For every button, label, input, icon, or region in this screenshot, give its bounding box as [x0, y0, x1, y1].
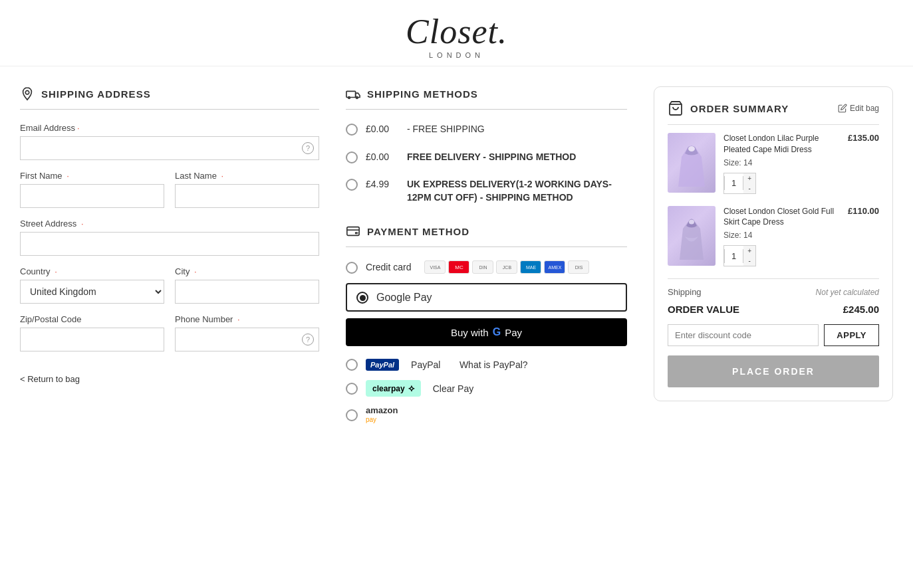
order-item-1: Closet London Lilac Purple Pleated Cape …	[668, 133, 879, 194]
clearpay-logo: clearpay⟡	[366, 380, 421, 397]
svg-point-9	[689, 219, 694, 224]
return-to-bag-link[interactable]: < Return to bag	[20, 374, 80, 384]
location-icon	[20, 86, 35, 101]
shipping-price-free: £0.00	[366, 124, 399, 134]
shipping-row-value: Not yet calculated	[816, 288, 879, 297]
amazon-pay-logo: amazon pay	[366, 406, 398, 423]
zip-group: Zip/Postal Code	[20, 314, 164, 351]
order-item-2-price: £110.00	[848, 206, 879, 231]
country-label: Country ·	[20, 266, 164, 276]
svg-point-8	[688, 146, 695, 151]
order-item-2-qty-decrease[interactable]: -	[743, 256, 755, 266]
shipping-price-free-delivery: £0.00	[366, 151, 399, 162]
city-field[interactable]	[175, 280, 319, 304]
jcb-icon: JCB	[496, 260, 517, 274]
payment-option-credit-card[interactable]: Credit card VISA MC DIN JCB MAE AMEX DIS	[346, 260, 627, 274]
apply-discount-button[interactable]: APPLY	[824, 324, 879, 346]
svg-rect-4	[347, 227, 359, 236]
credit-card-radio[interactable]	[346, 262, 358, 274]
payment-method-title: PAYMENT METHOD	[346, 224, 627, 239]
shipping-radio-free-delivery[interactable]	[346, 151, 358, 163]
logo-subtitle: LONDON	[0, 51, 913, 59]
shipping-radio-express[interactable]	[346, 179, 358, 191]
first-name-field[interactable]	[20, 184, 164, 208]
country-group: Country · United Kingdom United States C…	[20, 266, 164, 304]
order-summary-column: ORDER SUMMARY Edit bag	[654, 86, 893, 433]
email-help-icon[interactable]: ?	[302, 142, 314, 154]
phone-label: Phone Number ·	[175, 314, 319, 324]
payment-section: PAYMENT METHOD Credit card VISA MC DIN J…	[346, 224, 627, 423]
order-item-1-name: Closet London Lilac Purple Pleated Cape …	[723, 133, 848, 155]
phone-help-icon[interactable]: ?	[302, 334, 314, 345]
payment-option-google-pay[interactable]: Google Pay	[346, 283, 627, 312]
edit-bag-link[interactable]: Edit bag	[838, 104, 879, 113]
email-field[interactable]	[20, 136, 319, 160]
order-item-1-price: £135.00	[848, 133, 879, 158]
order-item-2-image	[668, 206, 716, 266]
buy-with-google-pay-button[interactable]: Buy with G Pay	[346, 318, 627, 346]
order-item-1-qty-control: 1 + -	[723, 173, 756, 194]
dress-svg-2	[675, 217, 708, 263]
street-field[interactable]	[20, 232, 319, 256]
paypal-logo: PayPal	[366, 359, 399, 371]
order-title-group: ORDER SUMMARY	[668, 100, 789, 116]
shipping-row: Shipping Not yet calculated	[668, 287, 879, 297]
shipping-address-column: SHIPPING ADDRESS Email Address· ? First …	[20, 86, 319, 433]
g-icon: G	[493, 326, 501, 338]
order-item-2-qty-buttons: + -	[743, 246, 755, 266]
country-select[interactable]: United Kingdom United States Canada Aust…	[20, 280, 164, 304]
order-item-1-qty-buttons: + -	[743, 173, 755, 193]
order-item-1-image	[668, 133, 716, 193]
svg-point-0	[25, 90, 29, 94]
clearpay-radio[interactable]	[346, 383, 358, 395]
last-name-group: Last Name ·	[175, 171, 319, 208]
last-name-field[interactable]	[175, 184, 319, 208]
mc-icon: MC	[448, 260, 469, 274]
amex-icon: AMEX	[544, 260, 565, 274]
shipping-radio-free[interactable]	[346, 124, 358, 136]
order-item-1-size: Size: 14	[723, 158, 879, 167]
svg-point-6	[357, 232, 360, 235]
order-item-2-qty-increase[interactable]: +	[743, 246, 755, 256]
phone-field[interactable]	[175, 328, 319, 351]
phone-group: Phone Number · ?	[175, 314, 319, 351]
amazon-text: amazon	[366, 406, 398, 415]
payment-option-paypal[interactable]: PayPal PayPal What is PayPal?	[346, 358, 627, 371]
order-item-2-info: Closet London Closet Gold Full Skirt Cap…	[723, 206, 879, 267]
paypal-what-link[interactable]: What is PayPal?	[459, 359, 528, 370]
street-label: Street Address ·	[20, 219, 319, 229]
order-item-1-qty-value: 1	[724, 176, 743, 190]
order-item-1-info: Closet London Lilac Purple Pleated Cape …	[723, 133, 879, 194]
buy-with-label: Buy with	[451, 327, 489, 338]
shipping-option-free-delivery[interactable]: £0.00 FREE DELIVERY - SHIPPING METHOD	[346, 151, 627, 164]
order-value-row: ORDER VALUE £245.00	[668, 304, 879, 315]
shipping-option-free[interactable]: £0.00 - FREE SHIPPING	[346, 123, 627, 136]
discount-code-input[interactable]	[668, 324, 819, 346]
paypal-label: PayPal	[411, 359, 440, 370]
order-item-2-qty-control: 1 + -	[723, 245, 756, 266]
methods-column: SHIPPING METHODS £0.00 - FREE SHIPPING £…	[346, 86, 627, 433]
pay-suffix-label: Pay	[505, 327, 522, 338]
order-item-1-qty-decrease[interactable]: -	[743, 183, 755, 193]
email-group: Email Address· ?	[20, 123, 319, 160]
maestro-icon: MAE	[520, 260, 541, 274]
shipping-address-title: SHIPPING ADDRESS	[20, 86, 319, 101]
dress-svg-1	[675, 144, 708, 190]
payment-option-amazon-pay[interactable]: amazon pay	[346, 406, 627, 423]
paypal-radio[interactable]	[346, 359, 358, 371]
zip-field[interactable]	[20, 328, 164, 351]
zip-label: Zip/Postal Code	[20, 314, 164, 324]
truck-icon	[346, 86, 360, 101]
shipping-option-express[interactable]: £4.99 UK EXPRESS DELIVERY(1-2 WORKING DA…	[346, 178, 627, 204]
shipping-label-express: UK EXPRESS DELIVERY(1-2 WORKING DAYS-12P…	[407, 178, 627, 204]
payment-option-clearpay[interactable]: clearpay⟡ Clear Pay	[346, 380, 627, 397]
visa-icon: VISA	[424, 260, 446, 274]
order-item-1-qty-increase[interactable]: +	[743, 173, 755, 183]
google-pay-radio[interactable]	[356, 292, 368, 304]
street-group: Street Address ·	[20, 219, 319, 256]
page-header: Closet. LONDON	[0, 0, 913, 66]
order-summary-title: ORDER SUMMARY	[690, 103, 789, 114]
amazon-pay-radio[interactable]	[346, 409, 358, 421]
first-name-group: First Name ·	[20, 171, 164, 208]
place-order-button[interactable]: PLACE ORDER	[668, 355, 879, 387]
